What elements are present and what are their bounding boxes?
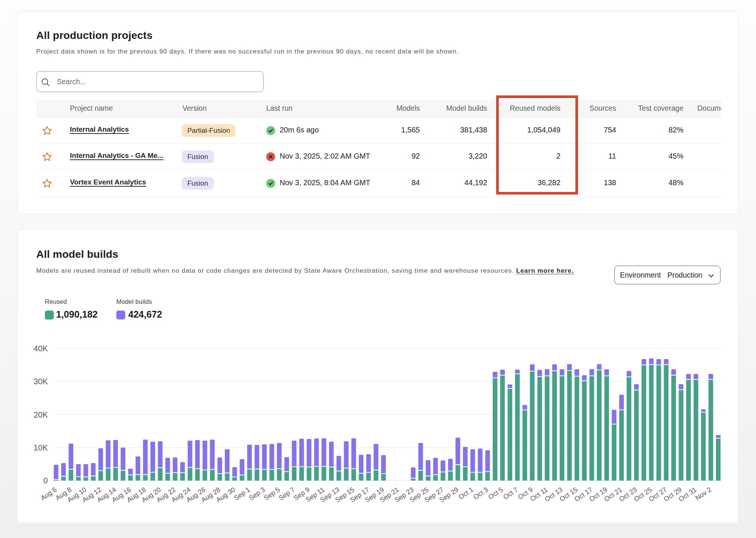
- svg-text:Sep 1: Sep 1: [233, 486, 251, 502]
- svg-text:10K: 10K: [34, 443, 48, 452]
- svg-text:Oct 1: Oct 1: [457, 486, 475, 501]
- svg-text:20K: 20K: [34, 410, 48, 419]
- svg-text:Sep 3: Sep 3: [248, 486, 266, 502]
- svg-text:Sep 5: Sep 5: [262, 486, 281, 502]
- svg-text:Sep 7: Sep 7: [277, 486, 296, 502]
- svg-text:Nov 2: Nov 2: [694, 486, 713, 502]
- svg-text:Aug 6: Aug 6: [39, 486, 58, 502]
- svg-text:30K: 30K: [34, 377, 48, 386]
- svg-text:Oct 7: Oct 7: [502, 486, 519, 501]
- svg-text:0: 0: [43, 476, 48, 485]
- svg-text:Oct 5: Oct 5: [487, 486, 504, 501]
- svg-text:Oct 3: Oct 3: [472, 486, 489, 501]
- svg-text:40K: 40K: [34, 344, 48, 353]
